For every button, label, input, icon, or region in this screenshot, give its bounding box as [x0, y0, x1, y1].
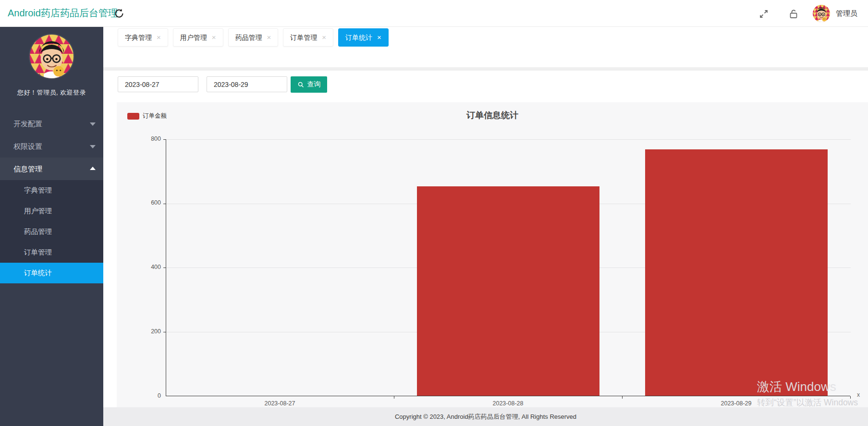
- x-tick: [850, 396, 851, 399]
- fullscreen-icon[interactable]: [758, 8, 770, 20]
- tab-label: 药品管理: [235, 34, 262, 41]
- close-icon[interactable]: ×: [267, 29, 271, 46]
- x-axis-label: 2023-08-27: [166, 400, 394, 407]
- sidebar-item-dict-management[interactable]: 字典管理: [0, 180, 103, 201]
- search-button-label: 查询: [307, 80, 321, 89]
- footer-copyright: Copyright © 2023, Android药店药品后台管理, All R…: [103, 407, 868, 426]
- y-axis-label: 0: [136, 392, 161, 399]
- gridline: [166, 139, 851, 140]
- start-date-input[interactable]: [118, 76, 198, 92]
- chevron-up-icon: [90, 167, 96, 170]
- close-icon[interactable]: ×: [322, 29, 326, 46]
- tab-user-management[interactable]: 用户管理×: [173, 28, 223, 47]
- chart-title: 订单信息统计: [117, 110, 868, 121]
- x-tick: [622, 396, 623, 399]
- main-content: 字典管理× 用户管理× 药品管理× 订单管理× 订单统计× 查询: [103, 27, 868, 426]
- tab-order-statistics[interactable]: 订单统计×: [338, 28, 389, 47]
- sidebar-submenu: 字典管理 用户管理 药品管理 订单管理 订单统计: [0, 180, 103, 283]
- sidebar-item-order-statistics[interactable]: 订单统计: [0, 263, 103, 283]
- divider: [103, 67, 868, 71]
- tab-order-management[interactable]: 订单管理×: [283, 28, 333, 47]
- tab-drug-management[interactable]: 药品管理×: [228, 28, 279, 47]
- sidebar-item-order-management[interactable]: 订单管理: [0, 242, 103, 263]
- chevron-down-icon: [90, 145, 96, 148]
- tab-label: 字典管理: [125, 34, 152, 41]
- bar-2023-08-29: [645, 149, 828, 396]
- sidebar-greeting: 您好！管理员, 欢迎登录: [0, 88, 103, 97]
- sidebar: 您好！管理员, 欢迎登录 开发配置 权限设置 信息管理 字典管理 用户管理 药品…: [0, 27, 103, 426]
- search-icon: [297, 81, 305, 88]
- x-axis-label: 2023-08-29: [622, 400, 850, 407]
- chevron-down-icon: [90, 122, 96, 126]
- app-title: Android药店药品后台管理: [8, 0, 118, 26]
- tab-label: 订单管理: [290, 34, 317, 41]
- tab-bar: 字典管理× 用户管理× 药品管理× 订单管理× 订单统计×: [118, 28, 389, 48]
- search-button[interactable]: 查询: [291, 76, 327, 93]
- close-icon[interactable]: ×: [212, 29, 216, 46]
- sidebar-item-permission-settings[interactable]: 权限设置: [0, 135, 103, 158]
- close-icon[interactable]: ×: [157, 29, 161, 46]
- header-user-label[interactable]: 管理员: [836, 0, 857, 27]
- refresh-icon[interactable]: [113, 8, 125, 19]
- unlock-icon[interactable]: [788, 8, 799, 20]
- y-axis-label: 600: [136, 199, 161, 206]
- menu-label: 开发配置: [13, 120, 42, 128]
- app-root: Android药店药品后台管理 管理员 您好！管理员, 欢迎登录: [0, 0, 868, 426]
- x-tick: [394, 396, 394, 399]
- bar-2023-08-28: [417, 186, 599, 396]
- end-date-input[interactable]: [207, 76, 287, 92]
- chart-card: 订单金额 订单信息统计 800 600 400 200 0 2023-08-27: [117, 102, 868, 407]
- sidebar-item-user-management[interactable]: 用户管理: [0, 201, 103, 221]
- y-axis-label: 800: [136, 135, 161, 142]
- menu-label: 权限设置: [13, 142, 42, 150]
- sidebar-item-drug-management[interactable]: 药品管理: [0, 221, 103, 242]
- y-axis-label: 400: [136, 264, 161, 270]
- y-axis-label: 200: [136, 328, 161, 335]
- sidebar-user-avatar: [29, 34, 74, 79]
- tab-label: 订单统计: [345, 34, 372, 41]
- close-icon[interactable]: ×: [377, 29, 381, 46]
- header-user-avatar[interactable]: [813, 5, 830, 22]
- sidebar-item-dev-config[interactable]: 开发配置: [0, 112, 103, 135]
- tab-dict-management[interactable]: 字典管理×: [118, 28, 168, 47]
- sidebar-item-info-management[interactable]: 信息管理: [0, 158, 103, 180]
- tab-label: 用户管理: [180, 34, 207, 41]
- x-axis-name: x: [857, 391, 860, 398]
- plot-area: [166, 139, 850, 396]
- menu-label: 信息管理: [13, 165, 42, 173]
- top-header: Android药店药品后台管理 管理员: [0, 0, 868, 27]
- x-axis-label: 2023-08-28: [394, 400, 622, 407]
